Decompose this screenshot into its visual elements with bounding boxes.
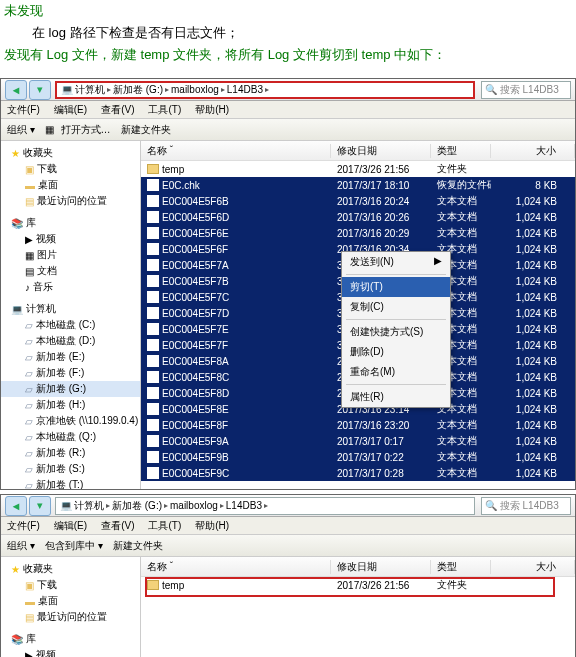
sidebar-item-recent[interactable]: ▤最近访问的位置: [1, 609, 140, 625]
sidebar-item-downloads[interactable]: ▣下载: [1, 161, 140, 177]
sidebar-item-drive[interactable]: ▱本地磁盘 (D:): [1, 333, 140, 349]
file-list[interactable]: temp2017/3/26 21:56文件夹: [141, 577, 575, 657]
file-name: E0C.chk: [162, 180, 200, 191]
sidebar-libraries[interactable]: 📚库: [1, 215, 140, 231]
address-bar[interactable]: 💻计算机▸新加卷 (G:)▸mailboxlog▸L14DB3 ▸: [55, 81, 475, 99]
sidebar-item-drive[interactable]: ▱新加卷 (H:): [1, 397, 140, 413]
breadcrumb-part[interactable]: 新加卷 (G:): [112, 499, 162, 513]
sidebar-libraries[interactable]: 📚库: [1, 631, 140, 647]
sidebar-item-videos[interactable]: ▶视频: [1, 231, 140, 247]
menu-item[interactable]: 工具(T): [148, 103, 181, 117]
new-folder-button[interactable]: 新建文件夹: [121, 123, 171, 137]
context-menu-item[interactable]: 剪切(T): [342, 277, 450, 297]
file-icon: [147, 451, 159, 463]
context-menu-item[interactable]: 删除(D): [342, 342, 450, 362]
sidebar-item-drive[interactable]: ▱新加卷 (S:): [1, 461, 140, 477]
sidebar-item-drive[interactable]: ▱新加卷 (R:): [1, 445, 140, 461]
new-folder-button[interactable]: 新建文件夹: [113, 539, 163, 553]
forward-button[interactable]: ▾: [29, 496, 51, 516]
sidebar-item-downloads[interactable]: ▣下载: [1, 577, 140, 593]
menu-item[interactable]: 编辑(E): [54, 519, 87, 533]
file-date: 2017/3/17 0:28: [331, 468, 431, 479]
menu-item[interactable]: 查看(V): [101, 519, 134, 533]
file-size: 1,024 KB: [491, 452, 575, 463]
menu-item[interactable]: 文件(F): [7, 519, 40, 533]
menu-item[interactable]: 编辑(E): [54, 103, 87, 117]
breadcrumb-part[interactable]: L14DB3: [226, 500, 262, 511]
sidebar-item-recent[interactable]: ▤最近访问的位置: [1, 193, 140, 209]
search-input[interactable]: 🔍 搜索 L14DB3: [481, 497, 571, 515]
menu-item[interactable]: 帮助(H): [195, 103, 229, 117]
breadcrumb-part[interactable]: 计算机: [74, 499, 104, 513]
table-row[interactable]: E0C.chk2017/3/17 18:10恢复的文件碎片8 KB: [141, 177, 575, 193]
sidebar-item-drive[interactable]: ▱京准地铁 (\\10.199.0.4) (M:): [1, 413, 140, 429]
col-size[interactable]: 大小: [491, 144, 575, 158]
col-type[interactable]: 类型: [431, 144, 491, 158]
menu-item[interactable]: 工具(T): [148, 519, 181, 533]
sidebar-item-desktop[interactable]: ▬桌面: [1, 177, 140, 193]
context-menu-item[interactable]: 属性(R): [342, 387, 450, 407]
file-name: E0C004E5F8F: [162, 420, 228, 431]
col-size[interactable]: 大小: [491, 560, 575, 574]
col-type[interactable]: 类型: [431, 560, 491, 574]
file-icon: [147, 227, 159, 239]
table-row[interactable]: temp2017/3/26 21:56文件夹: [141, 577, 575, 593]
music-icon: ♪: [25, 282, 30, 293]
table-row[interactable]: E0C004E5F6E2017/3/16 20:29文本文档1,024 KB: [141, 225, 575, 241]
file-size: 1,024 KB: [491, 436, 575, 447]
table-row[interactable]: E0C004E5F6B2017/3/16 20:24文本文档1,024 KB: [141, 193, 575, 209]
drive-icon: ▱: [25, 352, 33, 363]
menu-item[interactable]: 文件(F): [7, 103, 40, 117]
sidebar-item-drive[interactable]: ▱新加卷 (T:): [1, 477, 140, 489]
table-row[interactable]: E0C004E5F9C2017/3/17 0:28文本文档1,024 KB: [141, 465, 575, 481]
context-menu-item[interactable]: 复制(C): [342, 297, 450, 317]
sidebar-item-music[interactable]: ♪音乐: [1, 279, 140, 295]
breadcrumb-part[interactable]: 计算机: [75, 83, 105, 97]
include-in-library[interactable]: 包含到库中 ▾: [45, 539, 103, 553]
file-icon: [147, 307, 159, 319]
sidebar-item-drive[interactable]: ▱本地磁盘 (Q:): [1, 429, 140, 445]
col-date[interactable]: 修改日期: [331, 144, 431, 158]
breadcrumb-part[interactable]: mailboxlog: [170, 500, 218, 511]
table-row[interactable]: E0C004E5F9B2017/3/17 0:22文本文档1,024 KB: [141, 449, 575, 465]
menu-item[interactable]: 查看(V): [101, 103, 134, 117]
table-row[interactable]: E0C004E5F8F2017/3/16 23:20文本文档1,024 KB: [141, 417, 575, 433]
col-name[interactable]: 名称 ˇ: [141, 560, 331, 574]
context-menu-item[interactable]: 重命名(M): [342, 362, 450, 382]
context-menu-item[interactable]: 发送到(N)▶: [342, 252, 450, 272]
sidebar-item-drive[interactable]: ▱新加卷 (G:): [1, 381, 140, 397]
sidebar-item-pictures[interactable]: ▦图片: [1, 247, 140, 263]
context-menu-item[interactable]: 创建快捷方式(S): [342, 322, 450, 342]
table-row[interactable]: E0C004E5F9A2017/3/17 0:17文本文档1,024 KB: [141, 433, 575, 449]
sidebar-item-videos[interactable]: ▶视频: [1, 647, 140, 657]
table-row[interactable]: E0C004E5F6D2017/3/16 20:26文本文档1,024 KB: [141, 209, 575, 225]
open-with[interactable]: ▦ 打开方式…: [45, 123, 111, 137]
breadcrumb-part[interactable]: mailboxlog: [171, 84, 219, 95]
titlebar: ◄ ▾ 💻计算机▸新加卷 (G:)▸mailboxlog▸L14DB3 ▸ 🔍 …: [1, 495, 575, 517]
search-input[interactable]: 🔍 搜索 L14DB3: [481, 81, 571, 99]
sidebar-item-drive[interactable]: ▱本地磁盘 (C:): [1, 317, 140, 333]
col-date[interactable]: 修改日期: [331, 560, 431, 574]
forward-button[interactable]: ▾: [29, 80, 51, 100]
breadcrumb-part[interactable]: L14DB3: [227, 84, 263, 95]
organize-menu[interactable]: 组织 ▾: [7, 123, 35, 137]
breadcrumb-part[interactable]: 新加卷 (G:): [113, 83, 163, 97]
sidebar-item-drive[interactable]: ▱新加卷 (E:): [1, 349, 140, 365]
sidebar-favorites[interactable]: ★收藏夹: [1, 561, 140, 577]
back-button[interactable]: ◄: [5, 496, 27, 516]
sidebar-favorites[interactable]: ★收藏夹: [1, 145, 140, 161]
sidebar-computer[interactable]: 💻计算机: [1, 301, 140, 317]
table-row[interactable]: temp2017/3/26 21:56文件夹: [141, 161, 575, 177]
column-headers[interactable]: 名称 ˇ 修改日期 类型 大小: [141, 141, 575, 161]
file-list[interactable]: temp2017/3/26 21:56文件夹E0C.chk2017/3/17 1…: [141, 161, 575, 489]
address-bar[interactable]: 💻计算机▸新加卷 (G:)▸mailboxlog▸L14DB3 ▸: [55, 497, 475, 515]
file-name: E0C004E5F6D: [162, 212, 229, 223]
menu-item[interactable]: 帮助(H): [195, 519, 229, 533]
sidebar-item-documents[interactable]: ▤文档: [1, 263, 140, 279]
sidebar-item-drive[interactable]: ▱新加卷 (F:): [1, 365, 140, 381]
back-button[interactable]: ◄: [5, 80, 27, 100]
organize-menu[interactable]: 组织 ▾: [7, 539, 35, 553]
column-headers[interactable]: 名称 ˇ 修改日期 类型 大小: [141, 557, 575, 577]
sidebar-item-desktop[interactable]: ▬桌面: [1, 593, 140, 609]
col-name[interactable]: 名称 ˇ: [141, 144, 331, 158]
